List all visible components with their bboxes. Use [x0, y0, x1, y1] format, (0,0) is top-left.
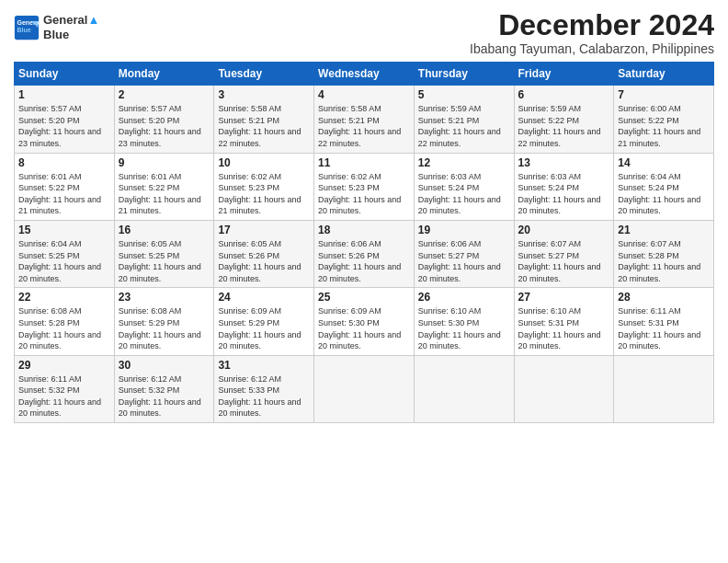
day-info: Sunrise: 6:12 AM Sunset: 5:33 PM Dayligh… [218, 373, 310, 419]
location-title: Ibabang Tayuman, Calabarzon, Philippines [470, 41, 714, 56]
day-number: 30 [119, 359, 210, 372]
calendar-cell: 21 Sunrise: 6:07 AM Sunset: 5:28 PM Dayl… [614, 220, 714, 287]
calendar-cell: 27 Sunrise: 6:10 AM Sunset: 5:31 PM Dayl… [514, 288, 614, 355]
calendar-cell: 8 Sunrise: 6:01 AM Sunset: 5:22 PM Dayli… [15, 153, 115, 220]
header: General Blue General▲ Blue December 2024… [14, 9, 714, 56]
day-info: Sunrise: 6:06 AM Sunset: 5:26 PM Dayligh… [318, 238, 410, 284]
calendar-cell: 23 Sunrise: 6:08 AM Sunset: 5:29 PM Dayl… [114, 288, 214, 355]
day-number: 25 [318, 291, 410, 304]
calendar-cell: 1 Sunrise: 5:57 AM Sunset: 5:20 PM Dayli… [15, 86, 115, 153]
col-monday: Monday [114, 63, 214, 86]
day-info: Sunrise: 6:07 AM Sunset: 5:28 PM Dayligh… [618, 238, 710, 284]
calendar-week-row: 8 Sunrise: 6:01 AM Sunset: 5:22 PM Dayli… [15, 153, 714, 220]
day-number: 4 [318, 88, 410, 101]
calendar-cell: 5 Sunrise: 5:59 AM Sunset: 5:21 PM Dayli… [414, 86, 514, 153]
day-number: 2 [119, 88, 210, 101]
calendar-cell: 17 Sunrise: 6:05 AM Sunset: 5:26 PM Dayl… [214, 220, 314, 287]
calendar-week-row: 15 Sunrise: 6:04 AM Sunset: 5:25 PM Dayl… [15, 220, 714, 287]
calendar-cell: 4 Sunrise: 5:58 AM Sunset: 5:21 PM Dayli… [314, 86, 415, 153]
col-saturday: Saturday [614, 63, 714, 86]
logo: General Blue General▲ Blue [14, 13, 99, 41]
calendar-cell: 20 Sunrise: 6:07 AM Sunset: 5:27 PM Dayl… [514, 220, 614, 287]
day-number: 18 [318, 224, 410, 236]
day-info: Sunrise: 5:57 AM Sunset: 5:20 PM Dayligh… [119, 103, 210, 149]
day-number: 1 [18, 88, 110, 101]
day-info: Sunrise: 6:07 AM Sunset: 5:27 PM Dayligh… [518, 238, 610, 284]
col-wednesday: Wednesday [314, 63, 415, 86]
day-number: 22 [18, 291, 110, 304]
calendar-cell: 3 Sunrise: 5:58 AM Sunset: 5:21 PM Dayli… [214, 86, 314, 153]
logo-line2: Blue [43, 28, 99, 42]
day-info: Sunrise: 5:59 AM Sunset: 5:21 PM Dayligh… [418, 103, 510, 149]
day-info: Sunrise: 5:58 AM Sunset: 5:21 PM Dayligh… [318, 103, 410, 149]
day-info: Sunrise: 6:05 AM Sunset: 5:26 PM Dayligh… [218, 238, 310, 284]
calendar-cell: 19 Sunrise: 6:06 AM Sunset: 5:27 PM Dayl… [414, 220, 514, 287]
calendar-cell: 13 Sunrise: 6:03 AM Sunset: 5:24 PM Dayl… [514, 153, 614, 220]
day-number: 26 [418, 291, 510, 304]
day-info: Sunrise: 6:08 AM Sunset: 5:29 PM Dayligh… [119, 305, 210, 351]
calendar-cell: 14 Sunrise: 6:04 AM Sunset: 5:24 PM Dayl… [614, 153, 714, 220]
day-number: 21 [618, 224, 710, 236]
calendar-week-row: 29 Sunrise: 6:11 AM Sunset: 5:32 PM Dayl… [15, 355, 714, 422]
calendar-cell: 16 Sunrise: 6:05 AM Sunset: 5:25 PM Dayl… [114, 220, 214, 287]
day-info: Sunrise: 6:11 AM Sunset: 5:32 PM Dayligh… [18, 373, 110, 419]
day-info: Sunrise: 5:59 AM Sunset: 5:22 PM Dayligh… [518, 103, 610, 149]
day-number: 24 [218, 291, 310, 304]
day-number: 15 [18, 224, 110, 236]
day-number: 5 [418, 88, 510, 101]
calendar-cell: 6 Sunrise: 5:59 AM Sunset: 5:22 PM Dayli… [514, 86, 614, 153]
day-info: Sunrise: 6:11 AM Sunset: 5:31 PM Dayligh… [618, 305, 710, 351]
calendar-week-row: 22 Sunrise: 6:08 AM Sunset: 5:28 PM Dayl… [15, 288, 714, 355]
day-info: Sunrise: 6:01 AM Sunset: 5:22 PM Dayligh… [18, 171, 110, 217]
col-tuesday: Tuesday [214, 63, 314, 86]
day-number: 9 [119, 156, 210, 169]
day-number: 7 [618, 88, 710, 101]
day-number: 23 [119, 291, 210, 304]
calendar-cell: 15 Sunrise: 6:04 AM Sunset: 5:25 PM Dayl… [15, 220, 115, 287]
calendar-cell: 31 Sunrise: 6:12 AM Sunset: 5:33 PM Dayl… [214, 355, 314, 422]
day-number: 20 [518, 224, 610, 236]
day-number: 29 [18, 359, 110, 372]
calendar-table: Sunday Monday Tuesday Wednesday Thursday… [14, 62, 714, 423]
day-info: Sunrise: 6:00 AM Sunset: 5:22 PM Dayligh… [618, 103, 710, 149]
calendar-cell: 22 Sunrise: 6:08 AM Sunset: 5:28 PM Dayl… [15, 288, 115, 355]
calendar-cell: 28 Sunrise: 6:11 AM Sunset: 5:31 PM Dayl… [614, 288, 714, 355]
calendar-week-row: 1 Sunrise: 5:57 AM Sunset: 5:20 PM Dayli… [15, 86, 714, 153]
calendar-cell: 10 Sunrise: 6:02 AM Sunset: 5:23 PM Dayl… [214, 153, 314, 220]
day-info: Sunrise: 6:09 AM Sunset: 5:29 PM Dayligh… [218, 305, 310, 351]
day-info: Sunrise: 5:58 AM Sunset: 5:21 PM Dayligh… [218, 103, 310, 149]
title-area: December 2024 Ibabang Tayuman, Calabarzo… [470, 9, 714, 56]
calendar-header-row: Sunday Monday Tuesday Wednesday Thursday… [15, 63, 714, 86]
col-thursday: Thursday [414, 63, 514, 86]
day-info: Sunrise: 6:03 AM Sunset: 5:24 PM Dayligh… [418, 171, 510, 217]
calendar-cell: 18 Sunrise: 6:06 AM Sunset: 5:26 PM Dayl… [314, 220, 415, 287]
day-number: 19 [418, 224, 510, 236]
day-info: Sunrise: 6:10 AM Sunset: 5:30 PM Dayligh… [418, 305, 510, 351]
calendar-cell: 7 Sunrise: 6:00 AM Sunset: 5:22 PM Dayli… [614, 86, 714, 153]
day-number: 12 [418, 156, 510, 169]
day-number: 31 [218, 359, 310, 372]
day-info: Sunrise: 6:09 AM Sunset: 5:30 PM Dayligh… [318, 305, 410, 351]
day-number: 14 [618, 156, 710, 169]
calendar-cell: 2 Sunrise: 5:57 AM Sunset: 5:20 PM Dayli… [114, 86, 214, 153]
col-friday: Friday [514, 63, 614, 86]
day-number: 27 [518, 291, 610, 304]
day-info: Sunrise: 6:02 AM Sunset: 5:23 PM Dayligh… [318, 171, 410, 217]
day-info: Sunrise: 6:08 AM Sunset: 5:28 PM Dayligh… [18, 305, 110, 351]
day-number: 6 [518, 88, 610, 101]
calendar-cell: 11 Sunrise: 6:02 AM Sunset: 5:23 PM Dayl… [314, 153, 415, 220]
col-sunday: Sunday [15, 63, 115, 86]
day-info: Sunrise: 6:10 AM Sunset: 5:31 PM Dayligh… [518, 305, 610, 351]
day-info: Sunrise: 5:57 AM Sunset: 5:20 PM Dayligh… [18, 103, 110, 149]
logo-line1: General▲ [43, 13, 99, 28]
calendar-cell: 12 Sunrise: 6:03 AM Sunset: 5:24 PM Dayl… [414, 153, 514, 220]
day-info: Sunrise: 6:01 AM Sunset: 5:22 PM Dayligh… [119, 171, 210, 217]
day-number: 3 [218, 88, 310, 101]
calendar-cell: 30 Sunrise: 6:12 AM Sunset: 5:32 PM Dayl… [114, 355, 214, 422]
day-info: Sunrise: 6:06 AM Sunset: 5:27 PM Dayligh… [418, 238, 510, 284]
calendar-cell [314, 355, 415, 422]
calendar-cell: 29 Sunrise: 6:11 AM Sunset: 5:32 PM Dayl… [15, 355, 115, 422]
day-info: Sunrise: 6:02 AM Sunset: 5:23 PM Dayligh… [218, 171, 310, 217]
calendar-cell [514, 355, 614, 422]
day-number: 17 [218, 224, 310, 236]
